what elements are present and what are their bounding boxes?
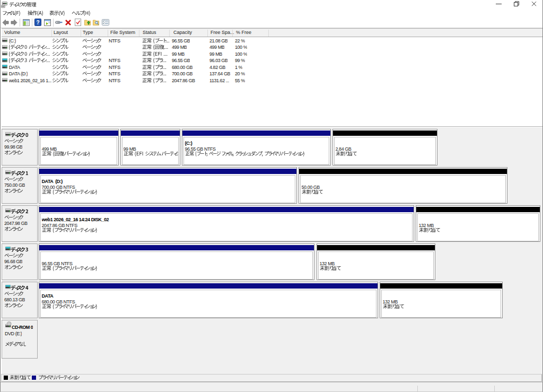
svg-text:?: ? [36, 20, 39, 25]
